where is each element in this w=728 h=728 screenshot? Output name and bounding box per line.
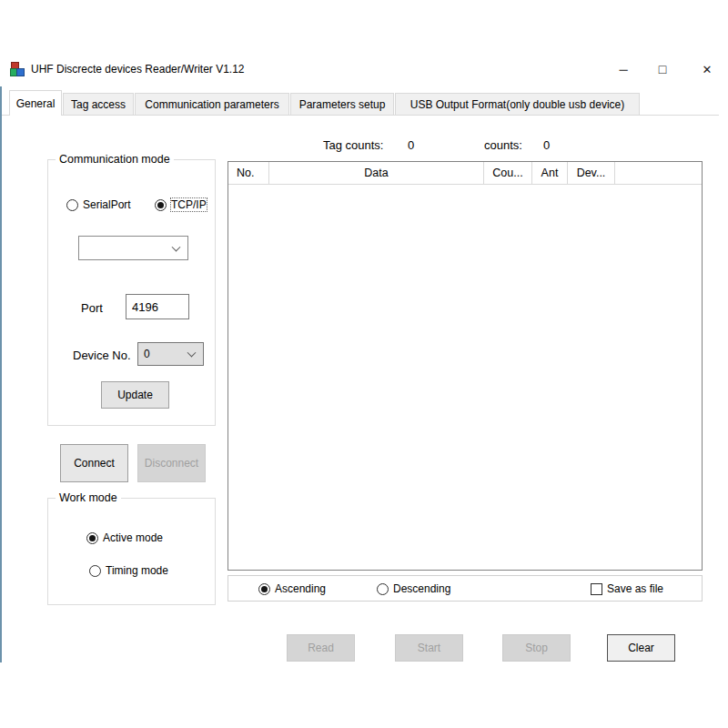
ascending-radio-circle — [258, 583, 270, 595]
table-body-empty — [228, 185, 702, 570]
app-icon-cube-blue — [16, 68, 25, 76]
counts-label: counts: — [484, 138, 522, 152]
column-header-dev[interactable]: Dev... — [568, 162, 615, 184]
active-mode-radio-circle — [86, 532, 98, 544]
work-mode-group: Work mode Active mode Timing mode — [47, 498, 216, 605]
app-window: UHF Discrecte devices Reader/Writer V1.1… — [2, 53, 719, 662]
serialport-radio[interactable]: SerialPort — [66, 198, 131, 211]
tcpip-radio-circle — [155, 199, 167, 211]
column-header-ant[interactable]: Ant — [532, 162, 568, 184]
column-header-count[interactable]: Cou... — [484, 162, 532, 184]
column-header-filler — [615, 162, 702, 184]
timing-mode-radio-label: Timing mode — [106, 564, 168, 577]
tag-counts-value: 0 — [408, 138, 414, 152]
tab-communication-parameters[interactable]: Communication parameters — [135, 93, 289, 116]
port-select-combobox[interactable] — [78, 236, 188, 260]
column-header-data[interactable]: Data — [269, 162, 484, 184]
column-header-no[interactable]: No. — [228, 162, 269, 184]
counts-value: 0 — [543, 138, 550, 152]
device-no-combobox[interactable]: 0 — [137, 342, 204, 366]
maximize-button[interactable]: □ — [647, 56, 678, 82]
disconnect-button[interactable]: Disconnect — [137, 444, 206, 482]
save-as-file-label: Save as file — [607, 582, 663, 595]
stop-button[interactable]: Stop — [502, 634, 571, 662]
title-bar: UHF Discrecte devices Reader/Writer V1.1… — [2, 53, 719, 87]
start-button[interactable]: Start — [395, 634, 463, 662]
serialport-radio-circle — [66, 199, 78, 211]
sort-options-bar: Ascending Descending Save as file — [228, 575, 703, 602]
update-button[interactable]: Update — [101, 381, 169, 409]
tab-tag-access[interactable]: Tag access — [63, 93, 134, 116]
window-title: UHF Discrecte devices Reader/Writer V1.1… — [31, 63, 245, 76]
chevron-down-icon — [172, 242, 181, 251]
device-no-value: 0 — [144, 348, 150, 360]
tab-parameters-setup[interactable]: Parameters setup — [290, 93, 394, 116]
tab-general[interactable]: General — [9, 90, 62, 116]
tag-data-table[interactable]: No. Data Cou... Ant Dev... — [228, 161, 703, 571]
connect-button[interactable]: Connect — [60, 444, 128, 482]
tab-strip: General Tag access Communication paramet… — [2, 90, 719, 116]
timing-mode-radio[interactable]: Timing mode — [89, 564, 168, 577]
table-header-row: No. Data Cou... Ant Dev... — [228, 162, 702, 185]
app-icon — [10, 62, 25, 77]
tab-usb-output-format[interactable]: USB Output Format(only double usb device… — [395, 93, 640, 116]
active-mode-radio[interactable]: Active mode — [86, 531, 163, 544]
communication-mode-group: Communication mode SerialPort TCP/IP Por… — [47, 159, 216, 426]
close-icon: ✕ — [703, 63, 713, 76]
serialport-radio-label: SerialPort — [83, 198, 131, 211]
descending-radio-circle — [377, 583, 389, 595]
ascending-radio-label: Ascending — [275, 582, 326, 595]
port-label: Port — [81, 301, 103, 315]
active-mode-radio-label: Active mode — [103, 531, 163, 544]
device-no-label: Device No. — [73, 349, 131, 362]
save-as-file-checkbox-box — [591, 583, 602, 595]
save-as-file-checkbox[interactable]: Save as file — [591, 582, 663, 595]
chevron-down-icon — [187, 349, 197, 358]
minimize-button[interactable]: ─ — [608, 56, 639, 82]
descending-radio-label: Descending — [393, 582, 450, 595]
tcpip-radio[interactable]: TCP/IP — [155, 198, 207, 211]
ascending-radio[interactable]: Ascending — [258, 582, 326, 595]
minimize-icon: ─ — [619, 63, 627, 76]
maximize-icon: □ — [659, 62, 666, 76]
descending-radio[interactable]: Descending — [377, 582, 450, 595]
work-mode-legend: Work mode — [56, 491, 121, 504]
clear-button[interactable]: Clear — [607, 634, 675, 662]
close-button[interactable]: ✕ — [692, 56, 723, 82]
communication-mode-legend: Communication mode — [56, 153, 174, 166]
tag-counts-label: Tag counts: — [323, 138, 384, 152]
read-button[interactable]: Read — [287, 634, 355, 662]
timing-mode-radio-circle — [89, 565, 101, 577]
port-input[interactable] — [126, 294, 189, 319]
tcpip-radio-label: TCP/IP — [171, 198, 207, 211]
